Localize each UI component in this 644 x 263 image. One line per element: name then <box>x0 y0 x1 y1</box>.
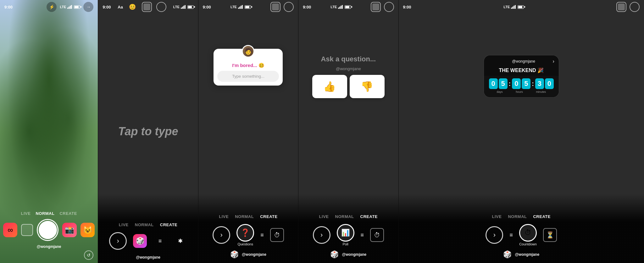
countdown-hours-label: hours <box>516 90 523 93</box>
countdown-panel: 9:00 LTE @wongmjane › THE WEEKEND 🎉 <box>399 0 644 263</box>
capture-button-inner <box>39 221 57 239</box>
questions-icon: ❓ <box>241 228 250 237</box>
mode-live[interactable]: LIVE <box>21 211 31 216</box>
countdown-unit-labels: days hours minutes <box>487 89 556 96</box>
capture-button[interactable] <box>37 219 58 241</box>
panel4-time: 9:00 <box>303 5 311 9</box>
countdown-minutes-digits: 3 0 <box>535 78 554 89</box>
p4-create[interactable]: CREATE <box>360 214 378 219</box>
poll-sticker-btn[interactable]: 📊 <box>337 224 354 242</box>
countdown-days-group: 0 5 <box>489 78 508 89</box>
panel3-timer-icon[interactable]: ⏱ <box>270 228 284 242</box>
poll-no-btn[interactable]: 👎 <box>350 75 385 98</box>
p3-create[interactable]: CREATE <box>260 214 277 219</box>
panel5-gallery-btn[interactable] <box>616 2 626 12</box>
gallery-thumb[interactable] <box>21 224 33 236</box>
tap-to-type-text[interactable]: Tap to type <box>118 125 178 138</box>
panel3-signal <box>238 5 243 9</box>
panel5-lte: LTE <box>503 5 510 9</box>
camera-mode-tabs: LIVE NORMAL CREATE <box>0 211 98 216</box>
panel4-close-btn[interactable] <box>384 2 394 12</box>
panel3-lte: LTE <box>230 5 237 9</box>
p2-live[interactable]: LIVE <box>119 222 129 227</box>
panel5-next-btn[interactable]: › <box>486 226 503 244</box>
panel2-aa[interactable]: Aa <box>118 5 123 9</box>
status-time: 9:00 <box>4 5 13 9</box>
p5-create[interactable]: CREATE <box>533 214 550 219</box>
panel4-gallery-btn[interactable] <box>371 2 381 12</box>
panel3-dice-icon: 🎲 <box>230 250 239 259</box>
panel2-layout-icon[interactable]: ≡ <box>153 234 167 248</box>
panel3-header: 9:00 LTE <box>198 0 298 14</box>
reset-icon[interactable]: ↺ <box>84 250 93 260</box>
panel2-mode-tabs: LIVE NORMAL CREATE <box>119 222 177 227</box>
p2-create[interactable]: CREATE <box>160 222 177 227</box>
lte-label: LTE <box>60 5 66 9</box>
p4-live[interactable]: LIVE <box>319 214 329 219</box>
countdown-card-next[interactable]: › <box>552 59 554 64</box>
story-icon-3[interactable]: 😺 <box>80 223 95 237</box>
countdown-minutes-group: 3 0 <box>535 78 554 89</box>
panel2-next-btn[interactable]: › <box>109 232 127 250</box>
panel5-dice-username: 🎲 @wongmjane <box>503 250 539 259</box>
panel5-close-btn[interactable] <box>630 2 640 12</box>
questions-label: Questions <box>237 242 253 246</box>
countdown-days-d1: 0 <box>489 78 498 89</box>
questions-panel: 9:00 LTE 🧑 I'm bored... 🥴 Type something… <box>198 0 298 263</box>
countdown-sticker-icon: ⏱ <box>525 229 531 237</box>
qa-card: 🧑 I'm bored... 🥴 Type something... <box>214 49 283 86</box>
qa-input[interactable]: Type something... <box>217 71 279 82</box>
p4-normal[interactable]: NORMAL <box>335 214 354 219</box>
flash-icon[interactable]: ⚡ <box>47 2 57 12</box>
panel3-next-btn[interactable]: › <box>213 226 230 244</box>
poll-username: @wongmjane <box>312 66 385 71</box>
panel4-layout-icon[interactable]: ≡ <box>361 232 364 238</box>
panel2-signal <box>181 5 186 9</box>
mode-create[interactable]: CREATE <box>59 211 77 216</box>
panel2-time: 9:00 <box>103 5 111 9</box>
panel5-bottom: LIVE NORMAL CREATE › ≡ ⏱ Countdown ⏳ 🎲 @… <box>399 194 644 263</box>
p3-live[interactable]: LIVE <box>219 214 229 219</box>
panel3-dice-username: 🎲 @wongmjane <box>230 250 266 259</box>
panel2-sticker-icon[interactable]: 🎲 <box>133 234 147 248</box>
panel2-username-label: @wongmjane <box>136 254 160 260</box>
panel4-timer-icon[interactable]: ⏱ <box>370 228 384 242</box>
panel3-gallery-btn[interactable] <box>270 2 280 12</box>
p3-normal[interactable]: NORMAL <box>235 214 254 219</box>
panel3-close-btn[interactable] <box>284 2 294 12</box>
panel4-dice-icon: 🎲 <box>330 250 339 259</box>
countdown-minutes-d2: 0 <box>545 78 554 89</box>
panel3-username: @wongmjane <box>242 252 266 257</box>
camera-username: @wongmjane <box>0 243 98 249</box>
panel2-header: 9:00 Aa 😊 LTE <box>98 0 198 14</box>
panel4-lte: LTE <box>330 5 337 9</box>
p5-live[interactable]: LIVE <box>492 214 502 219</box>
countdown-card-title: THE WEEKEND 🎉 <box>484 67 559 76</box>
countdown-days-label: days <box>497 90 503 93</box>
panel5-timer-icon[interactable]: ⏳ <box>543 228 557 242</box>
poll-yes-btn[interactable]: 👍 <box>312 75 347 98</box>
panel5-layout-icon[interactable]: ≡ <box>509 232 513 238</box>
panel4-next-btn[interactable]: › <box>313 226 330 244</box>
story-icon-2[interactable]: 📸 <box>62 223 76 237</box>
p2-normal[interactable]: NORMAL <box>135 222 154 227</box>
panel3-time: 9:00 <box>203 5 211 9</box>
panel3-layout-icon[interactable]: ≡ <box>260 232 264 238</box>
story-icon-1[interactable]: ∞ <box>3 223 17 237</box>
poll-panel: 9:00 LTE Ask a question... @wongmjane 👍 … <box>298 0 398 263</box>
panel4-battery <box>345 5 351 9</box>
forward-icon[interactable]: → <box>83 2 93 12</box>
countdown-sticker-btn[interactable]: ⏱ <box>519 224 537 242</box>
panel2-extra-icon[interactable]: ✱ <box>173 234 187 248</box>
questions-sticker-icon[interactable]: ❓ <box>236 224 254 242</box>
qa-card-header: 🧑 <box>214 49 283 63</box>
mode-normal[interactable]: NORMAL <box>36 211 54 216</box>
countdown-minutes-d1: 3 <box>535 78 544 89</box>
close-circle[interactable] <box>156 2 166 12</box>
panel3-capture-row: › ❓ Questions ≡ ⏱ <box>198 224 298 246</box>
panel4-poll-sticker: 📊 Poll <box>337 224 354 246</box>
p5-normal[interactable]: NORMAL <box>508 214 527 219</box>
countdown-digits-row: 0 5 : 0 5 : 3 0 <box>487 78 556 89</box>
sticker-button[interactable]: 😊 <box>127 2 137 12</box>
gallery-button[interactable] <box>142 2 152 12</box>
